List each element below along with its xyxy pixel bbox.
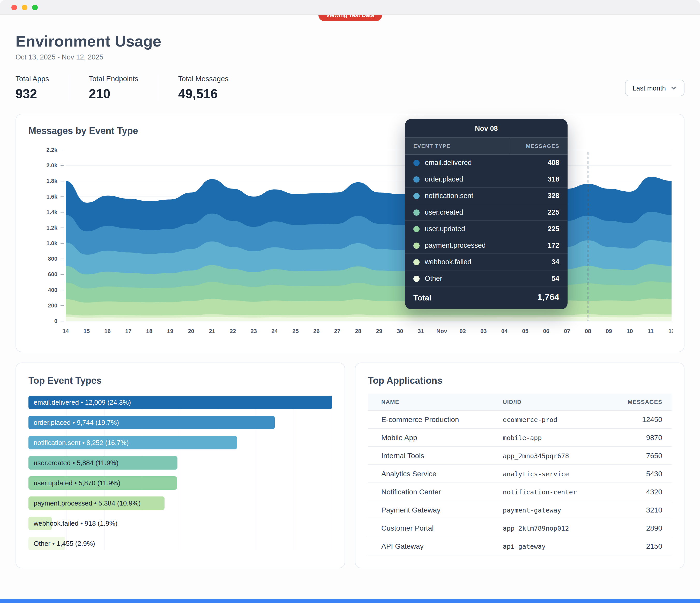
application-name: E-commerce Production (368, 410, 490, 428)
series-color-dot-icon (414, 226, 420, 232)
event-type-bar[interactable]: notification.sent • 8,252 (16.7%) (28, 436, 332, 449)
series-color-dot-icon (414, 176, 420, 182)
tooltip-event-type: user.created (425, 208, 548, 216)
tooltip-row: notification.sent328 (405, 188, 568, 204)
x-axis-tick-label: 08 (585, 328, 591, 334)
y-axis-tick-label: 1.2k (46, 225, 58, 231)
period-selector-label: Last month (632, 84, 666, 92)
stats-bar: Total Apps932Total Endpoints210Total Mes… (16, 75, 684, 101)
x-axis-tick-label: 19 (167, 328, 173, 334)
application-uid: app_2klm789nop012 (490, 519, 611, 537)
tooltip-rows: email.delivered408order.placed318notific… (405, 155, 568, 287)
tooltip-col-messages: MESSAGES (509, 137, 568, 154)
stat-label: Total Messages (178, 75, 229, 83)
event-type-bar[interactable]: email.delivered • 12,009 (24.3%) (28, 396, 332, 409)
tooltip-message-count: 408 (548, 159, 559, 166)
x-axis-tick-label: 29 (376, 328, 382, 334)
x-axis-tick-label: 14 (62, 328, 69, 334)
messages-chart-card: Messages by Event Type 02004006008001.0k… (16, 114, 684, 352)
x-axis-tick-label: 18 (146, 328, 152, 334)
tooltip-row: webhook.failed34 (405, 254, 568, 270)
application-message-count: 9870 (611, 428, 672, 447)
y-axis-tick-label: 0 (54, 318, 57, 324)
x-axis-tick-label: 09 (606, 328, 612, 334)
messages-area-chart[interactable]: 02004006008001.0k1.2k1.4k1.6k1.8k2.0k2.2… (28, 143, 673, 345)
application-name: Payment Gateway (368, 501, 490, 519)
application-row[interactable]: E-commerce Productionecommerce-prod12450 (368, 410, 672, 428)
stats-row: Total Apps932Total Endpoints210Total Mes… (16, 75, 228, 101)
tooltip-event-type: Other (425, 274, 551, 282)
event-type-bar-label: user.updated • 5,870 (11.9%) (34, 479, 120, 487)
application-row[interactable]: Payment Gatewaypayment-gateway3210 (368, 501, 672, 519)
tooltip-event-type: order.placed (425, 175, 548, 183)
application-uid: analytics-service (490, 465, 611, 483)
application-message-count: 12450 (611, 410, 672, 428)
chevron-down-icon (671, 85, 677, 91)
window-titlebar (0, 0, 700, 15)
tooltip-event-type: notification.sent (425, 192, 548, 200)
application-row[interactable]: API Gatewayapi-gateway2150 (368, 537, 672, 555)
tooltip-col-event-type: EVENT TYPE (405, 137, 509, 154)
event-type-bar[interactable]: order.placed • 9,744 (19.7%) (28, 416, 332, 429)
column-header-messages: MESSAGES (611, 394, 672, 410)
y-axis-tick-label: 2.2k (46, 147, 58, 153)
application-message-count: 3210 (611, 501, 672, 519)
series-color-dot-icon (414, 276, 420, 282)
app-window: Viewing Test Data Environment Usage Oct … (0, 0, 700, 603)
tooltip-message-count: 225 (548, 225, 559, 233)
bottom-grid: Top Event Types email.delivered • 12,009… (16, 363, 684, 568)
zoom-window-button[interactable] (32, 4, 38, 10)
event-type-bar[interactable]: user.created • 5,884 (11.9%) (28, 456, 332, 470)
application-row[interactable]: Notification Centernotification-center43… (368, 483, 672, 501)
x-axis-tick-label: 24 (271, 328, 278, 334)
stat-item: Total Endpoints210 (89, 75, 158, 101)
stat-item: Total Apps932 (16, 75, 69, 101)
application-uid: payment-gateway (490, 501, 611, 519)
x-axis-tick-label: Nov (436, 328, 447, 334)
period-selector[interactable]: Last month (625, 80, 684, 96)
event-type-bar[interactable]: user.updated • 5,870 (11.9%) (28, 476, 332, 490)
event-type-bar[interactable]: Other • 1,455 (2.9%) (28, 537, 332, 550)
application-message-count: 7650 (611, 447, 672, 465)
application-name: API Gateway (368, 537, 490, 555)
x-axis-tick-label: 31 (418, 328, 424, 334)
tooltip-row: email.delivered408 (405, 155, 568, 171)
application-uid: ecommerce-prod (490, 410, 611, 428)
application-uid: app_2mno345pqr678 (490, 447, 611, 465)
y-axis-tick-label: 800 (48, 256, 57, 262)
event-type-bar-label: Other • 1,455 (2.9%) (34, 540, 95, 547)
top-applications-title: Top Applications (368, 375, 672, 386)
application-row[interactable]: Customer Portalapp_2klm789nop0122890 (368, 519, 672, 537)
minimize-window-button[interactable] (22, 4, 27, 10)
application-message-count: 5430 (611, 465, 672, 483)
top-applications-rows: E-commerce Productionecommerce-prod12450… (368, 410, 672, 555)
series-color-dot-icon (414, 160, 420, 166)
series-color-dot-icon (414, 209, 420, 215)
x-axis-tick-label: 21 (209, 328, 215, 334)
top-event-types-card: Top Event Types email.delivered • 12,009… (16, 363, 345, 568)
x-axis-tick-label: 23 (251, 328, 257, 334)
event-type-bar-label: order.placed • 9,744 (19.7%) (34, 419, 119, 426)
x-axis-tick-label: 03 (480, 328, 486, 334)
event-type-bar-label: email.delivered • 12,009 (24.3%) (34, 398, 131, 406)
close-window-button[interactable] (11, 4, 17, 10)
application-message-count: 2890 (611, 519, 672, 537)
event-type-bar-label: payment.processed • 5,384 (10.9%) (34, 499, 141, 507)
chart-title: Messages by Event Type (28, 126, 672, 136)
tooltip-total-value: 1,764 (537, 292, 559, 303)
stat-item: Total Messages49,516 (178, 75, 229, 101)
series-color-dot-icon (414, 193, 420, 199)
application-name: Notification Center (368, 483, 490, 501)
tooltip-date: Nov 08 (405, 119, 568, 137)
application-name: Analytics Service (368, 465, 490, 483)
event-type-bar[interactable]: webhook.failed • 918 (1.9%) (28, 517, 332, 530)
x-axis-tick-label: 06 (543, 328, 549, 334)
application-row[interactable]: Mobile Appmobile-app9870 (368, 428, 672, 447)
event-type-bar[interactable]: payment.processed • 5,384 (10.9%) (28, 496, 332, 510)
application-name: Internal Tools (368, 447, 490, 465)
application-row[interactable]: Analytics Serviceanalytics-service5430 (368, 465, 672, 483)
application-row[interactable]: Internal Toolsapp_2mno345pqr6787650 (368, 447, 672, 465)
y-axis-tick-label: 1.0k (46, 240, 58, 246)
stat-value: 932 (16, 86, 49, 101)
column-header-uid: UID/ID (490, 394, 611, 410)
